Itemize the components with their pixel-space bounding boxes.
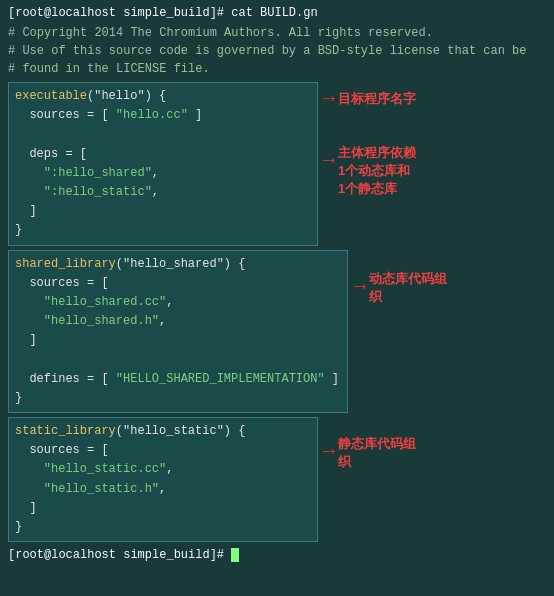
arrow-icon-3: → — [354, 272, 366, 302]
block3-line2: sources = [ — [15, 441, 311, 460]
arrow-icon-4: → — [323, 437, 335, 467]
comment-line-1: # Copyright 2014 The Chromium Authors. A… — [8, 24, 546, 42]
code-block-1: executable("hello") { sources = [ "hello… — [8, 82, 318, 246]
block3-line3: "hello_static.cc", — [15, 460, 311, 479]
block1-line5: ":hello_shared", — [15, 164, 311, 183]
block1-line8: } — [15, 221, 311, 240]
annotation-text-3: 动态库代码组 织 — [369, 270, 447, 306]
annotation-4-group: → 静态库代码组 织 — [323, 435, 416, 471]
block1-line3 — [15, 125, 311, 144]
annotation-text-2: 主体程序依赖 1个动态库和 1个静态库 — [338, 144, 416, 199]
annotation-text-1: 目标程序名字 — [338, 90, 416, 108]
cursor — [231, 548, 239, 562]
last-prompt: [root@localhost simple_build]# — [8, 546, 546, 564]
block1-line7: ] — [15, 202, 311, 221]
block2-line8: } — [15, 389, 341, 408]
block3-line6: } — [15, 518, 311, 537]
terminal: [root@localhost simple_build]# cat BUILD… — [0, 0, 554, 596]
block1-line4: deps = [ — [15, 145, 311, 164]
block1-line6: ":hello_static", — [15, 183, 311, 202]
code-block-2: shared_library("hello_shared") { sources… — [8, 250, 348, 414]
arrow-icon-1: → — [323, 84, 335, 114]
block1-line2: sources = [ "hello.cc" ] — [15, 106, 311, 125]
block2-line1: shared_library("hello_shared") { — [15, 255, 341, 274]
block3-line1: static_library("hello_static") { — [15, 422, 311, 441]
block1-line1: executable("hello") { — [15, 87, 311, 106]
annotation-text-4: 静态库代码组 织 — [338, 435, 416, 471]
comment-line-3: # found in the LICENSE file. — [8, 60, 546, 78]
block2-line3: "hello_shared.cc", — [15, 293, 341, 312]
annotation-3-group: → 动态库代码组 织 — [354, 270, 447, 306]
block3-line5: ] — [15, 499, 311, 518]
block2-line4: "hello_shared.h", — [15, 312, 341, 331]
comment-line-2: # Use of this source code is governed by… — [8, 42, 546, 60]
arrow-icon-2: → — [323, 146, 335, 176]
block3-line4: "hello_static.h", — [15, 480, 311, 499]
block2-line5: ] — [15, 331, 341, 350]
code-block-3: static_library("hello_static") { sources… — [8, 417, 318, 542]
block2-line7: defines = [ "HELLO_SHARED_IMPLEMENTATION… — [15, 370, 341, 389]
block2-line2: sources = [ — [15, 274, 341, 293]
prompt-line-1: [root@localhost simple_build]# cat BUILD… — [8, 4, 546, 22]
annotation-2-group: → 主体程序依赖 1个动态库和 1个静态库 — [323, 144, 416, 199]
annotation-1-group: → 目标程序名字 — [323, 84, 416, 114]
block2-line6 — [15, 350, 341, 369]
